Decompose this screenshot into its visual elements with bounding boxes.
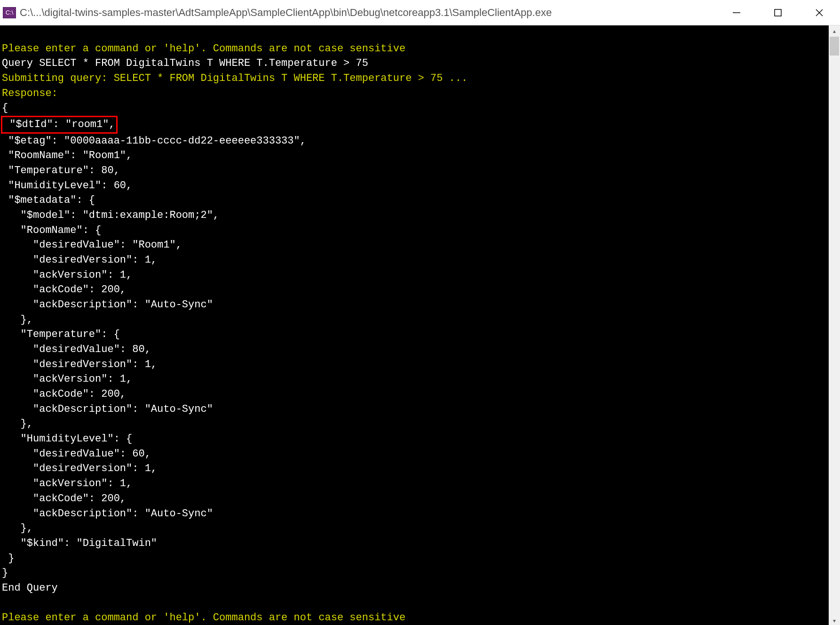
window-title: C:\...\digital-twins-samples-master\AdtS… bbox=[20, 7, 716, 19]
maximize-button[interactable] bbox=[757, 0, 799, 25]
console-line: { bbox=[2, 102, 8, 114]
console-prompt: Please enter a command or 'help'. Comman… bbox=[2, 43, 405, 55]
scroll-up-arrow-icon[interactable]: ▴ bbox=[829, 25, 840, 37]
titlebar[interactable]: C:\ C:\...\digital-twins-samples-master\… bbox=[0, 0, 840, 25]
console-prompt: Please enter a command or 'help'. Comman… bbox=[2, 612, 405, 624]
scroll-track[interactable] bbox=[829, 37, 840, 615]
app-icon: C:\ bbox=[3, 7, 16, 18]
maximize-icon bbox=[774, 8, 782, 17]
console-submitting: Submitting query: SELECT * FROM DigitalT… bbox=[2, 72, 468, 84]
terminal-output[interactable]: Please enter a command or 'help'. Comman… bbox=[0, 25, 829, 625]
scroll-thumb[interactable] bbox=[830, 37, 839, 56]
minimize-icon bbox=[732, 8, 741, 17]
close-button[interactable] bbox=[799, 0, 840, 25]
console-response-label: Response: bbox=[2, 88, 58, 99]
minimize-button[interactable] bbox=[716, 0, 757, 25]
console-json-body: "$etag": "0000aaaa-11bb-cccc-dd22-eeeeee… bbox=[2, 135, 306, 579]
vertical-scrollbar[interactable]: ▴ ▾ bbox=[829, 25, 840, 625]
window-controls bbox=[716, 0, 840, 25]
scroll-down-arrow-icon[interactable]: ▾ bbox=[829, 615, 840, 625]
close-icon bbox=[815, 8, 824, 17]
console-end-query: End Query bbox=[2, 582, 58, 594]
console-query: Query SELECT * FROM DigitalTwins T WHERE… bbox=[2, 57, 368, 69]
svg-rect-1 bbox=[775, 9, 781, 16]
highlighted-dtid: "$dtId": "room1", bbox=[1, 116, 118, 134]
